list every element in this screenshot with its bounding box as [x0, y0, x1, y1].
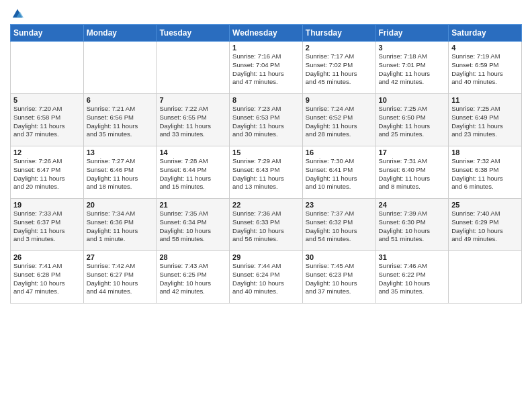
- weekday-header-sunday: Sunday: [11, 25, 84, 42]
- day-info: Sunrise: 7:20 AM Sunset: 6:58 PM Dayligh…: [13, 105, 81, 139]
- day-number: 6: [87, 96, 154, 104]
- logo: [10, 7, 24, 19]
- day-info: Sunrise: 7:42 AM Sunset: 6:27 PM Dayligh…: [87, 262, 154, 296]
- weekday-header-friday: Friday: [375, 25, 449, 42]
- day-info: Sunrise: 7:18 AM Sunset: 7:01 PM Dayligh…: [379, 52, 446, 87]
- day-info: Sunrise: 7:28 AM Sunset: 6:44 PM Dayligh…: [159, 157, 226, 191]
- calendar-header: SundayMondayTuesdayWednesdayThursdayFrid…: [11, 25, 522, 42]
- calendar-cell: 15Sunrise: 7:29 AM Sunset: 6:43 PM Dayli…: [230, 146, 303, 199]
- calendar-cell: 10Sunrise: 7:25 AM Sunset: 6:50 PM Dayli…: [375, 94, 449, 146]
- calendar-cell: 29Sunrise: 7:44 AM Sunset: 6:24 PM Dayli…: [230, 251, 303, 304]
- weekday-header-row: SundayMondayTuesdayWednesdayThursdayFrid…: [11, 25, 522, 42]
- calendar-cell: 7Sunrise: 7:22 AM Sunset: 6:55 PM Daylig…: [157, 94, 230, 146]
- day-info: Sunrise: 7:16 AM Sunset: 7:04 PM Dayligh…: [232, 52, 300, 87]
- day-number: 23: [306, 201, 373, 209]
- calendar-body: 1Sunrise: 7:16 AM Sunset: 7:04 PM Daylig…: [11, 42, 522, 304]
- calendar-cell: 13Sunrise: 7:27 AM Sunset: 6:46 PM Dayli…: [83, 146, 157, 199]
- page: SundayMondayTuesdayWednesdayThursdayFrid…: [0, 0, 532, 411]
- day-number: 14: [159, 148, 226, 156]
- calendar-week-2: 5Sunrise: 7:20 AM Sunset: 6:58 PM Daylig…: [11, 94, 522, 146]
- day-info: Sunrise: 7:35 AM Sunset: 6:34 PM Dayligh…: [159, 210, 226, 244]
- day-number: 25: [451, 201, 519, 209]
- day-info: Sunrise: 7:21 AM Sunset: 6:56 PM Dayligh…: [87, 105, 154, 139]
- calendar-cell: 3Sunrise: 7:18 AM Sunset: 7:01 PM Daylig…: [375, 42, 449, 94]
- calendar-cell: [449, 251, 522, 304]
- day-info: Sunrise: 7:24 AM Sunset: 6:52 PM Dayligh…: [306, 105, 373, 139]
- calendar-cell: 1Sunrise: 7:16 AM Sunset: 7:04 PM Daylig…: [230, 42, 303, 94]
- logo-icon: [11, 7, 24, 19]
- calendar-cell: 22Sunrise: 7:36 AM Sunset: 6:33 PM Dayli…: [230, 199, 303, 251]
- day-number: 10: [379, 96, 446, 104]
- day-info: Sunrise: 7:43 AM Sunset: 6:25 PM Dayligh…: [159, 262, 226, 296]
- day-number: 20: [87, 201, 154, 209]
- calendar-cell: 2Sunrise: 7:17 AM Sunset: 7:02 PM Daylig…: [302, 42, 375, 94]
- day-number: 28: [159, 253, 226, 261]
- day-number: 11: [451, 96, 519, 104]
- day-number: 18: [451, 148, 519, 156]
- calendar-cell: 31Sunrise: 7:46 AM Sunset: 6:22 PM Dayli…: [375, 251, 449, 304]
- calendar-cell: 6Sunrise: 7:21 AM Sunset: 6:56 PM Daylig…: [83, 94, 157, 146]
- day-info: Sunrise: 7:39 AM Sunset: 6:30 PM Dayligh…: [379, 210, 446, 244]
- calendar-cell: 30Sunrise: 7:45 AM Sunset: 6:23 PM Dayli…: [302, 251, 375, 304]
- day-number: 17: [379, 148, 446, 156]
- calendar-cell: 8Sunrise: 7:23 AM Sunset: 6:53 PM Daylig…: [230, 94, 303, 146]
- day-number: 5: [13, 96, 81, 104]
- day-info: Sunrise: 7:44 AM Sunset: 6:24 PM Dayligh…: [232, 262, 300, 296]
- header: [10, 7, 522, 19]
- calendar-cell: 25Sunrise: 7:40 AM Sunset: 6:29 PM Dayli…: [449, 199, 522, 251]
- day-number: 12: [13, 148, 81, 156]
- calendar-cell: 27Sunrise: 7:42 AM Sunset: 6:27 PM Dayli…: [83, 251, 157, 304]
- day-number: 31: [379, 253, 446, 261]
- day-number: 2: [306, 44, 373, 52]
- calendar-cell: [11, 42, 84, 94]
- day-number: 13: [87, 148, 154, 156]
- calendar-cell: 23Sunrise: 7:37 AM Sunset: 6:32 PM Dayli…: [302, 199, 375, 251]
- calendar-cell: [83, 42, 157, 94]
- calendar-cell: 16Sunrise: 7:30 AM Sunset: 6:41 PM Dayli…: [302, 146, 375, 199]
- day-number: 30: [306, 253, 373, 261]
- day-number: 27: [87, 253, 154, 261]
- day-info: Sunrise: 7:45 AM Sunset: 6:23 PM Dayligh…: [306, 262, 373, 296]
- day-number: 21: [159, 201, 226, 209]
- calendar-cell: 20Sunrise: 7:34 AM Sunset: 6:36 PM Dayli…: [83, 199, 157, 251]
- day-info: Sunrise: 7:46 AM Sunset: 6:22 PM Dayligh…: [379, 262, 446, 296]
- day-info: Sunrise: 7:25 AM Sunset: 6:49 PM Dayligh…: [451, 105, 519, 139]
- weekday-header-tuesday: Tuesday: [157, 25, 230, 42]
- calendar-week-1: 1Sunrise: 7:16 AM Sunset: 7:04 PM Daylig…: [11, 42, 522, 94]
- calendar-week-5: 26Sunrise: 7:41 AM Sunset: 6:28 PM Dayli…: [11, 251, 522, 304]
- day-info: Sunrise: 7:27 AM Sunset: 6:46 PM Dayligh…: [87, 157, 154, 191]
- day-number: 15: [232, 148, 300, 156]
- day-info: Sunrise: 7:40 AM Sunset: 6:29 PM Dayligh…: [451, 210, 519, 244]
- day-number: 19: [13, 201, 81, 209]
- day-info: Sunrise: 7:26 AM Sunset: 6:47 PM Dayligh…: [13, 157, 81, 191]
- day-info: Sunrise: 7:41 AM Sunset: 6:28 PM Dayligh…: [13, 262, 81, 296]
- calendar-cell: 26Sunrise: 7:41 AM Sunset: 6:28 PM Dayli…: [11, 251, 84, 304]
- day-number: 3: [379, 44, 446, 52]
- day-number: 7: [159, 96, 226, 104]
- calendar-cell: [157, 42, 230, 94]
- weekday-header-wednesday: Wednesday: [230, 25, 303, 42]
- day-number: 1: [232, 44, 300, 52]
- day-number: 8: [232, 96, 300, 104]
- calendar-week-3: 12Sunrise: 7:26 AM Sunset: 6:47 PM Dayli…: [11, 146, 522, 199]
- day-info: Sunrise: 7:33 AM Sunset: 6:37 PM Dayligh…: [13, 210, 81, 244]
- calendar-cell: 5Sunrise: 7:20 AM Sunset: 6:58 PM Daylig…: [11, 94, 84, 146]
- weekday-header-monday: Monday: [83, 25, 157, 42]
- day-info: Sunrise: 7:23 AM Sunset: 6:53 PM Dayligh…: [232, 105, 300, 139]
- day-number: 22: [232, 201, 300, 209]
- day-number: 29: [232, 253, 300, 261]
- calendar-cell: 14Sunrise: 7:28 AM Sunset: 6:44 PM Dayli…: [157, 146, 230, 199]
- day-info: Sunrise: 7:36 AM Sunset: 6:33 PM Dayligh…: [232, 210, 300, 244]
- weekday-header-saturday: Saturday: [449, 25, 522, 42]
- calendar-cell: 28Sunrise: 7:43 AM Sunset: 6:25 PM Dayli…: [157, 251, 230, 304]
- calendar-cell: 18Sunrise: 7:32 AM Sunset: 6:38 PM Dayli…: [449, 146, 522, 199]
- day-number: 4: [451, 44, 519, 52]
- calendar-cell: 4Sunrise: 7:19 AM Sunset: 6:59 PM Daylig…: [449, 42, 522, 94]
- calendar-cell: 9Sunrise: 7:24 AM Sunset: 6:52 PM Daylig…: [302, 94, 375, 146]
- day-info: Sunrise: 7:30 AM Sunset: 6:41 PM Dayligh…: [306, 157, 373, 191]
- day-info: Sunrise: 7:29 AM Sunset: 6:43 PM Dayligh…: [232, 157, 300, 191]
- calendar-cell: 21Sunrise: 7:35 AM Sunset: 6:34 PM Dayli…: [157, 199, 230, 251]
- day-info: Sunrise: 7:31 AM Sunset: 6:40 PM Dayligh…: [379, 157, 446, 191]
- day-info: Sunrise: 7:34 AM Sunset: 6:36 PM Dayligh…: [87, 210, 154, 244]
- weekday-header-thursday: Thursday: [302, 25, 375, 42]
